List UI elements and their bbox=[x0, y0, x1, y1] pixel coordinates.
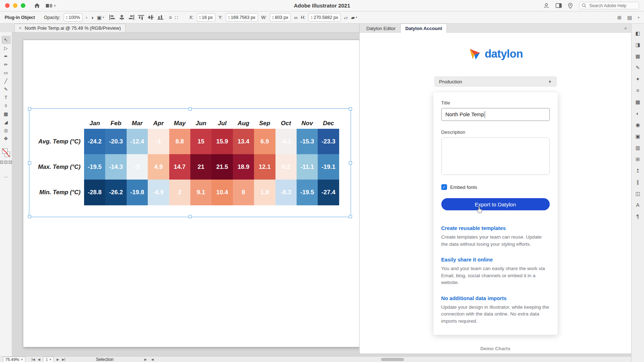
selection-handle[interactable] bbox=[189, 107, 192, 111]
paragraph-panel-icon[interactable]: ¶ bbox=[633, 212, 643, 221]
stroke-panel-icon[interactable]: ≡ bbox=[633, 86, 643, 95]
maximize-window-button[interactable] bbox=[21, 3, 25, 8]
pen-tool[interactable]: ✒ bbox=[1, 52, 11, 60]
height-input[interactable]: ▴▾270.5882 px bbox=[308, 13, 341, 21]
transform-panel-icon[interactable]: ▱ bbox=[344, 15, 348, 20]
panel-toggle-icon[interactable] bbox=[556, 3, 562, 8]
align-panel-icon[interactable]: ∥ bbox=[633, 177, 643, 187]
opacity-input[interactable]: ▴▾ 100% bbox=[64, 13, 83, 21]
previous-artboard-button[interactable]: ◀ bbox=[38, 358, 40, 361]
asset-export-panel-icon[interactable]: ↥ bbox=[633, 166, 643, 175]
style-dropdown-icon[interactable]: ▣▾ bbox=[97, 15, 104, 20]
opacity-options-chevron[interactable]: › bbox=[86, 15, 87, 20]
search-input[interactable] bbox=[589, 3, 633, 9]
eraser-tool[interactable]: ◊ bbox=[1, 102, 11, 110]
opacity-stepper[interactable]: ▴▾ bbox=[66, 15, 67, 20]
transform-grid-icon[interactable]: ∷ bbox=[175, 15, 178, 20]
selection-handle[interactable] bbox=[349, 107, 352, 111]
next-artboard-button[interactable]: ▶ bbox=[57, 358, 59, 361]
embed-fonts-checkbox[interactable]: ✓ bbox=[441, 184, 447, 190]
arrange-windows-icon[interactable]: ▾ bbox=[46, 3, 56, 8]
title-input[interactable]: North Pole Temp bbox=[441, 108, 550, 121]
home-icon[interactable] bbox=[34, 3, 40, 8]
transparency-panel-icon[interactable]: ◐ bbox=[633, 109, 643, 118]
layers-panel-icon[interactable]: ▥ bbox=[633, 143, 643, 152]
align-vertical-bottom-icon[interactable] bbox=[157, 15, 164, 20]
description-textarea[interactable] bbox=[441, 137, 550, 175]
help-search-field[interactable] bbox=[579, 2, 639, 9]
fill-stroke-swatches[interactable] bbox=[2, 148, 10, 157]
width-input[interactable]: ▴▾803 px bbox=[270, 13, 291, 21]
rectangle-tool[interactable]: ▭ bbox=[1, 69, 11, 77]
selection-handle[interactable] bbox=[349, 161, 352, 165]
scroll-right-icon[interactable]: ▶ bbox=[145, 358, 147, 361]
arrange-documents-icon[interactable]: ⊞ bbox=[618, 15, 622, 20]
scroll-left-icon[interactable]: ◀ bbox=[151, 358, 153, 361]
direct-selection-tool[interactable]: ▷ bbox=[1, 44, 11, 52]
close-window-button[interactable] bbox=[5, 3, 10, 8]
document-tab[interactable]: × North Pole Temp.ai @ 75.49 % (RGB/Prev… bbox=[14, 24, 126, 32]
appearance-panel-icon[interactable]: ◉ bbox=[633, 120, 643, 129]
edit-toolbar-ellipsis[interactable]: … bbox=[4, 173, 8, 178]
align-vertical-center-icon[interactable] bbox=[148, 15, 154, 20]
selection-tool[interactable]: ↖ bbox=[1, 36, 11, 44]
selection-handle[interactable] bbox=[349, 215, 352, 218]
shear-icon[interactable]: ▰▾ bbox=[351, 15, 357, 20]
artboards-panel-icon[interactable]: ⊞ bbox=[633, 155, 643, 164]
feature-link[interactable]: Easily share it online bbox=[441, 257, 550, 263]
zoom-select[interactable]: 75.49% ▾ bbox=[3, 357, 25, 362]
feature-link[interactable]: No additional data imports bbox=[441, 295, 550, 301]
symbols-panel-icon[interactable]: ✦ bbox=[633, 74, 643, 84]
y-input[interactable]: ▴▾169.7563 px bbox=[226, 13, 258, 21]
workspace-switcher-icon[interactable]: ▤ bbox=[627, 15, 632, 20]
align-horizontal-center-icon[interactable] bbox=[119, 15, 125, 20]
selection-handle[interactable] bbox=[189, 215, 192, 218]
x-input[interactable]: ▴▾16 px bbox=[197, 13, 215, 21]
export-to-datylon-button[interactable]: Export to Datylon bbox=[441, 198, 550, 210]
last-artboard-button[interactable]: ▶ bbox=[62, 358, 65, 361]
link-dimensions-icon[interactable]: ∞ bbox=[294, 15, 298, 20]
feature-link[interactable]: Create reusable templates bbox=[441, 225, 550, 231]
graphic-styles-panel-icon[interactable]: ▣ bbox=[633, 132, 643, 141]
zoom-tool[interactable]: ◎ bbox=[1, 126, 11, 134]
swatches-panel-icon[interactable]: ▦ bbox=[633, 52, 643, 61]
color-panel-icon[interactable]: ◧ bbox=[633, 29, 643, 38]
gradient-button[interactable] bbox=[4, 161, 8, 164]
environment-select[interactable]: Production ▼ bbox=[434, 77, 556, 87]
curvature-tool[interactable]: ✏ bbox=[1, 60, 11, 69]
tab-datylon-editor[interactable]: Datylon Editor bbox=[362, 24, 400, 33]
align-horizontal-right-icon[interactable] bbox=[128, 15, 135, 20]
hand-tool[interactable]: ✥ bbox=[1, 134, 11, 143]
distribute-icon[interactable]: ≡ bbox=[169, 15, 172, 20]
horizontal-scrollbar-thumb[interactable] bbox=[381, 358, 404, 361]
selection-handle[interactable] bbox=[28, 107, 31, 111]
recolor-artwork-icon[interactable]: ◑ bbox=[91, 15, 93, 20]
tab-datylon-account[interactable]: Datylon Account bbox=[400, 24, 447, 33]
account-icon[interactable] bbox=[543, 3, 549, 9]
demo-charts-link[interactable]: Demo Charts bbox=[480, 346, 510, 351]
chevron-down-icon[interactable]: ▾ bbox=[638, 16, 639, 19]
minimize-window-button[interactable] bbox=[13, 3, 18, 8]
color-guide-panel-icon[interactable]: ◨ bbox=[633, 40, 643, 49]
type-tool[interactable]: T bbox=[1, 93, 11, 102]
paintbrush-tool[interactable]: ✎ bbox=[1, 85, 11, 93]
selection-handle[interactable] bbox=[28, 161, 31, 165]
gradient-tool[interactable]: ▩ bbox=[1, 110, 11, 118]
line-segment-tool[interactable]: ╱ bbox=[1, 77, 11, 85]
gradient-panel-icon[interactable]: ▩ bbox=[633, 97, 643, 107]
character-panel-icon[interactable]: A bbox=[633, 200, 643, 210]
fill-swatch[interactable] bbox=[2, 148, 8, 154]
selection-handle[interactable] bbox=[28, 215, 31, 218]
artboard-number-select[interactable]: 1 ▾ bbox=[43, 357, 54, 362]
selection-bounding-box[interactable] bbox=[29, 108, 351, 217]
none-button[interactable] bbox=[9, 161, 12, 164]
color-mode-buttons[interactable] bbox=[0, 161, 12, 164]
align-horizontal-left-icon[interactable] bbox=[109, 15, 115, 20]
brushes-panel-icon[interactable]: ✎ bbox=[633, 63, 643, 72]
pathfinder-panel-icon[interactable]: ◫ bbox=[633, 189, 643, 198]
location-pin-icon[interactable] bbox=[568, 3, 572, 9]
eyedropper-tool[interactable]: ◢ bbox=[1, 118, 11, 126]
close-document-icon[interactable]: × bbox=[19, 26, 21, 31]
first-artboard-button[interactable]: ◀ bbox=[32, 358, 35, 361]
align-vertical-top-icon[interactable] bbox=[138, 15, 144, 20]
